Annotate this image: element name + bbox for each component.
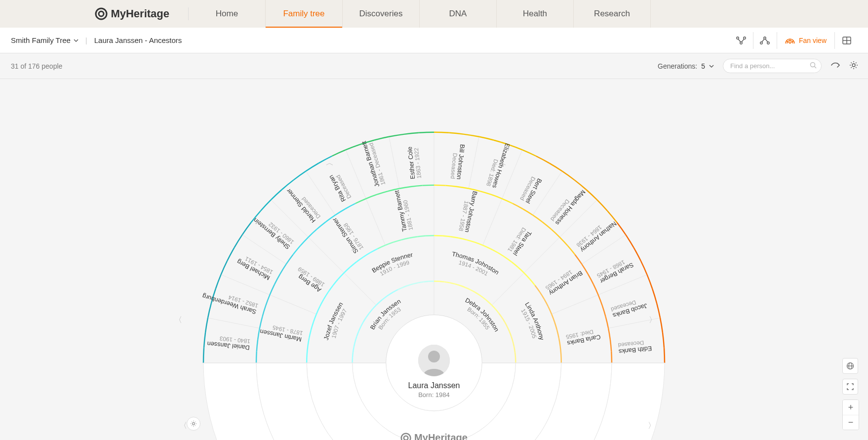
zoom-in-button[interactable]: + xyxy=(843,400,859,415)
svg-line-25 xyxy=(270,295,316,314)
breadcrumb: Laura Janssen - Ancestors xyxy=(94,36,182,44)
top-nav: MyHeritage HomeFamily treeDiscoveriesDNA… xyxy=(0,0,868,28)
nav-health[interactable]: Health xyxy=(497,0,574,28)
center-person-avatar[interactable] xyxy=(418,345,450,376)
graph-icon xyxy=(736,36,747,45)
svg-point-1 xyxy=(99,11,104,16)
share-icon xyxy=(830,61,840,70)
svg-line-16 xyxy=(492,273,524,305)
svg-point-3 xyxy=(744,37,746,39)
svg-line-19 xyxy=(552,295,598,314)
expand-chevron[interactable]: 〈 xyxy=(179,421,187,431)
svg-line-24 xyxy=(308,237,344,273)
svg-line-21 xyxy=(483,199,502,245)
tree-name: Smith Family Tree xyxy=(11,36,71,44)
center-person-name: Laura Janssen xyxy=(408,381,460,390)
nav-home[interactable]: Home xyxy=(189,0,266,28)
nav-research[interactable]: Research xyxy=(574,0,651,28)
svg-point-105 xyxy=(428,351,440,362)
share-button[interactable] xyxy=(830,61,840,71)
svg-line-18 xyxy=(344,273,376,305)
generations-label: Generations: xyxy=(658,62,697,70)
expand-chevron[interactable]: 〉 xyxy=(649,315,657,325)
layout-button[interactable] xyxy=(834,32,858,49)
globe-icon xyxy=(846,362,854,370)
expand-chevron[interactable]: ︿ xyxy=(326,158,334,168)
expand-chevron[interactable]: 〈 xyxy=(174,315,182,325)
search-input[interactable] xyxy=(723,59,822,73)
fullscreen-icon xyxy=(847,383,854,390)
nav-list: HomeFamily treeDiscoveriesDNAHealthResea… xyxy=(189,0,651,28)
center-person[interactable]: Laura Janssen Born: 1984 xyxy=(408,381,460,399)
tree-select[interactable]: Smith Family Tree xyxy=(11,36,79,44)
brand-icon xyxy=(400,433,411,440)
nav-discoveries[interactable]: Discoveries xyxy=(343,0,420,28)
svg-point-11 xyxy=(811,63,815,67)
svg-point-7 xyxy=(764,37,766,39)
svg-line-34 xyxy=(389,137,399,189)
fan-icon xyxy=(785,37,795,44)
fullscreen-button[interactable] xyxy=(842,379,858,395)
svg-point-13 xyxy=(852,64,855,67)
generations-select[interactable]: Generations: 5 xyxy=(658,62,714,70)
zoom-out-button[interactable]: − xyxy=(843,415,859,430)
graph-alt-icon xyxy=(759,36,770,45)
svg-line-32 xyxy=(469,137,479,189)
settings-button[interactable] xyxy=(849,61,858,71)
chevron-down-icon xyxy=(709,64,714,69)
chevron-down-icon xyxy=(74,38,79,43)
gear-icon xyxy=(190,420,197,427)
svg-line-12 xyxy=(815,67,817,69)
svg-line-20 xyxy=(524,237,559,273)
fan-view-button[interactable]: Fan view xyxy=(777,32,834,49)
fan-view-label: Fan view xyxy=(799,37,827,44)
svg-point-103 xyxy=(193,423,195,425)
brand-logo[interactable]: MyHeritage xyxy=(95,7,169,20)
nav-dna[interactable]: DNA xyxy=(420,0,497,28)
svg-line-40 xyxy=(208,318,260,328)
people-count: 31 of 176 people xyxy=(11,62,62,70)
fan-chart-canvas[interactable]: Brian JanssenBorn: 1953Debra JohnstonBor… xyxy=(0,79,868,440)
svg-point-2 xyxy=(737,37,739,39)
zoom-controls: + − xyxy=(842,358,859,430)
gear-icon xyxy=(849,61,858,70)
tree-views-button-1[interactable] xyxy=(729,32,753,49)
svg-point-107 xyxy=(404,436,408,440)
layout-icon xyxy=(842,37,851,44)
chart-toolbar: 31 of 176 people Generations: 5 xyxy=(0,53,868,79)
generations-value: 5 xyxy=(701,62,705,70)
svg-point-6 xyxy=(767,41,769,43)
brand-block: MyHeritage xyxy=(0,0,189,28)
footer-brand: MyHeritage xyxy=(400,432,468,440)
brand-text: MyHeritage xyxy=(111,7,169,20)
svg-point-0 xyxy=(96,8,107,19)
brand-icon xyxy=(95,7,108,20)
chart-options-bubble[interactable] xyxy=(187,417,200,431)
search-icon xyxy=(810,62,817,70)
expand-chevron[interactable]: ︿ xyxy=(499,158,507,168)
tree-views-button-2[interactable] xyxy=(753,32,777,49)
expand-chevron[interactable]: 〉 xyxy=(648,421,656,431)
nav-family-tree[interactable]: Family tree xyxy=(266,0,343,28)
center-person-sub: Born: 1984 xyxy=(408,391,460,399)
svg-point-106 xyxy=(401,433,411,440)
orientation-button[interactable] xyxy=(842,358,858,374)
svg-point-4 xyxy=(740,41,742,43)
svg-line-23 xyxy=(366,199,385,245)
sub-bar: Smith Family Tree | Laura Janssen - Ance… xyxy=(0,28,868,53)
svg-point-5 xyxy=(760,41,762,43)
